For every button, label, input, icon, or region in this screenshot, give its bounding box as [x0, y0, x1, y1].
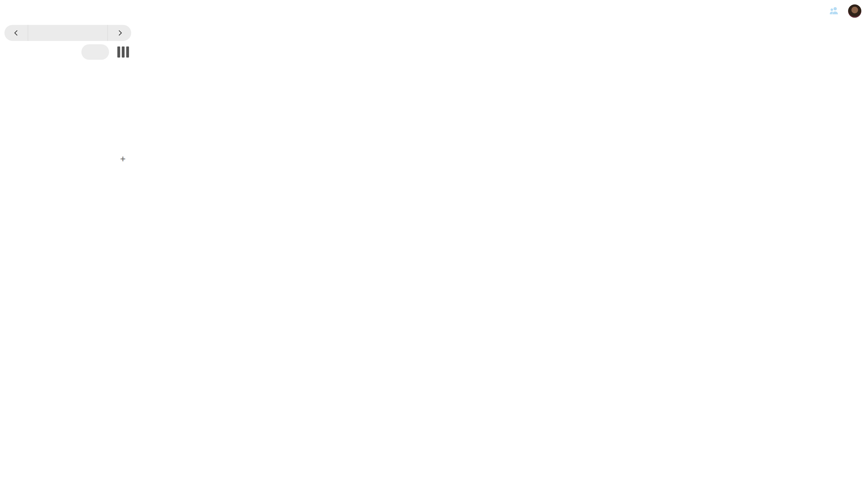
previous-week-button[interactable]	[4, 25, 28, 41]
week-label	[28, 25, 108, 41]
topbar-right	[800, 0, 864, 22]
notifications-bell-icon[interactable]	[800, 0, 823, 22]
nextcloud-calendar-app: + ⚙	[0, 0, 868, 488]
user-avatar[interactable]	[848, 4, 862, 18]
week-view-toggle-icon[interactable]	[116, 46, 129, 58]
new-event-button[interactable]	[3, 44, 77, 60]
new-calendar-row[interactable]: +	[0, 150, 135, 168]
notification-dot	[813, 5, 818, 10]
next-week-button[interactable]	[108, 25, 131, 41]
today-button[interactable]	[81, 44, 109, 60]
top-bar	[0, 0, 868, 22]
nextcloud-logo[interactable]	[6, 4, 32, 17]
plus-icon: +	[120, 154, 125, 165]
contacts-menu-icon[interactable]	[823, 0, 845, 22]
sidebar: + ⚙	[0, 22, 135, 488]
week-navigation	[4, 25, 131, 41]
